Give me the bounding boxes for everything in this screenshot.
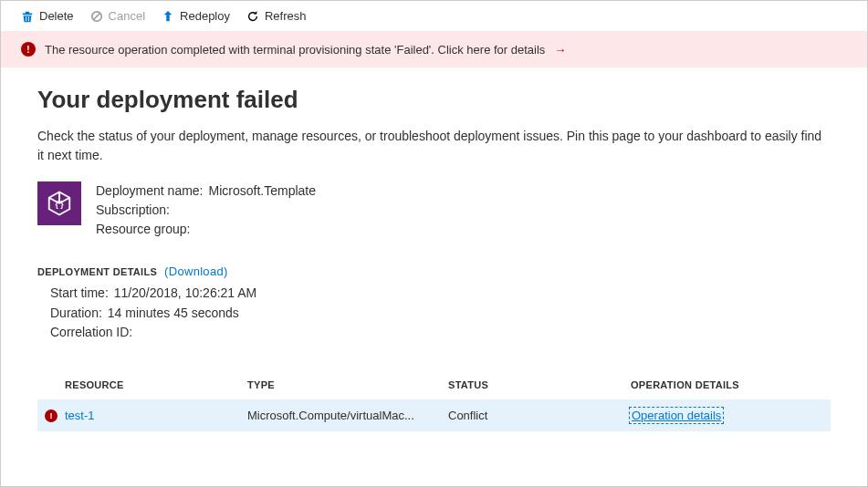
error-alert[interactable]: ! The resource operation completed with … xyxy=(1,31,867,67)
duration-value: 14 minutes 45 seconds xyxy=(108,304,239,324)
operation-details-link[interactable]: Operation details xyxy=(631,409,722,422)
page-subtitle: Check the status of your deployment, man… xyxy=(37,127,831,165)
duration-label: Duration: xyxy=(50,304,102,324)
toolbar: Delete Cancel Redeploy Refresh xyxy=(1,1,867,31)
subscription-label: Subscription: xyxy=(96,201,170,220)
error-icon: ! xyxy=(21,42,36,57)
refresh-button[interactable]: Refresh xyxy=(246,9,307,23)
template-icon: { } xyxy=(37,181,81,225)
alert-text: The resource operation completed with te… xyxy=(45,43,545,57)
header-status: STATUS xyxy=(448,379,631,390)
cancel-label: Cancel xyxy=(109,9,145,23)
refresh-icon xyxy=(246,10,259,23)
header-operation: OPERATION DETAILS xyxy=(631,379,831,390)
refresh-label: Refresh xyxy=(265,9,307,23)
content: Your deployment failed Check the status … xyxy=(1,67,867,431)
trash-icon xyxy=(21,10,34,23)
deployment-name-value: Microsoft.Template xyxy=(209,181,316,201)
page-title: Your deployment failed xyxy=(37,86,831,114)
row-error-icon: ! xyxy=(45,409,58,422)
download-link[interactable]: (Download) xyxy=(164,264,227,278)
cancel-icon xyxy=(90,10,103,23)
redeploy-button[interactable]: Redeploy xyxy=(162,9,230,23)
delete-label: Delete xyxy=(39,9,74,23)
resource-type: Microsoft.Compute/virtualMac... xyxy=(247,409,448,422)
svg-text:{ }: { } xyxy=(55,200,64,209)
details-label: DEPLOYMENT DETAILS xyxy=(37,266,157,277)
correlation-id-label: Correlation ID: xyxy=(50,323,132,343)
resource-status: Conflict xyxy=(448,409,631,422)
deployment-summary: { } Deployment name: Microsoft.Template … xyxy=(37,181,831,239)
redeploy-label: Redeploy xyxy=(180,9,230,23)
cancel-button: Cancel xyxy=(90,9,145,23)
redeploy-icon xyxy=(162,10,174,23)
svg-line-1 xyxy=(93,13,99,19)
start-time-label: Start time: xyxy=(50,284,109,304)
resource-group-label: Resource group: xyxy=(96,220,191,239)
summary-fields: Deployment name: Microsoft.Template Subs… xyxy=(96,181,316,239)
header-type: TYPE xyxy=(247,379,448,390)
start-time-value: 11/20/2018, 10:26:21 AM xyxy=(114,284,256,304)
deployment-details-header: DEPLOYMENT DETAILS (Download) xyxy=(37,264,831,278)
table-header: RESOURCE TYPE STATUS OPERATION DETAILS xyxy=(37,370,831,399)
header-resource: RESOURCE xyxy=(65,379,247,390)
delete-button[interactable]: Delete xyxy=(21,9,74,23)
table-row[interactable]: ! test-1 Microsoft.Compute/virtualMac...… xyxy=(37,399,831,431)
arrow-right-icon: → xyxy=(554,43,566,57)
deployment-details: Start time: 11/20/2018, 10:26:21 AM Dura… xyxy=(37,284,831,343)
resource-link[interactable]: test-1 xyxy=(65,409,95,422)
deployment-name-label: Deployment name: xyxy=(96,181,204,201)
